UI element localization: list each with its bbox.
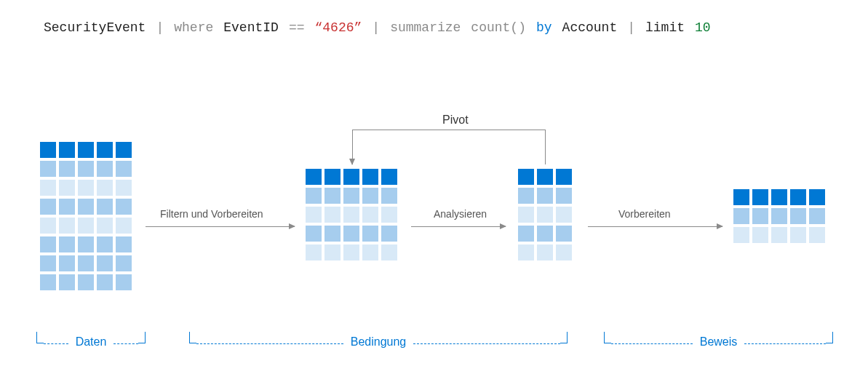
grid-cell [556,244,572,260]
grid-cell [40,274,56,290]
grid-cell [78,199,94,215]
pipe-icon: | [627,20,635,35]
grid-cell [59,255,75,271]
grid-cell [116,161,132,177]
grid-cell [306,207,322,223]
grid-cell [97,142,113,158]
grid-cell [97,236,113,252]
grid-cell [116,180,132,196]
grid-cell [59,161,75,177]
grid-cell [59,142,75,158]
limit-number: 10 [695,20,711,35]
grid-cell [518,226,534,242]
section-evidence: Beweis [604,331,833,344]
grid-cell [78,255,94,271]
grid-cell [809,189,825,205]
grid-cell [733,208,749,224]
pivot-bracket [352,130,546,164]
grid-cell [59,218,75,234]
data-grid-result [733,189,825,243]
grid-cell [97,274,113,290]
grid-cell [733,189,749,205]
grid-cell [771,189,787,205]
grid-cell [116,142,132,158]
grid-cell [752,227,768,243]
keyword-where: where [174,20,213,35]
grid-cell [537,226,553,242]
grid-cell [518,188,534,204]
grid-cell [733,227,749,243]
grid-cell [78,274,94,290]
grid-cell [343,244,359,260]
grid-cell [771,208,787,224]
grid-cell [78,161,94,177]
grid-cell [59,274,75,290]
grid-cell [324,226,341,242]
grid-cell [381,169,397,185]
grid-cell [78,218,94,234]
arrow-prepare [588,226,722,227]
grid-cell [116,218,132,234]
grid-cell [324,207,341,223]
grid-cell [40,255,56,271]
grid-cell [97,161,113,177]
section-condition-label: Bedingung [343,335,414,349]
arrow-filter [146,226,295,227]
grid-cell [116,236,132,252]
kql-query: SecurityEvent | where EventID == “4626” … [44,20,846,35]
grid-cell [752,189,768,205]
grid-cell [343,207,359,223]
grid-cell [306,188,322,204]
grid-cell [306,226,322,242]
data-grid-source [40,142,132,290]
grid-cell [362,226,378,242]
section-evidence-label: Beweis [693,335,745,349]
grid-cell [518,169,534,185]
pipe-icon: | [156,20,164,35]
grid-cell [518,207,534,223]
grid-cell [556,226,572,242]
section-condition: Bedingung [189,331,568,344]
grid-cell [381,207,397,223]
grid-cell [40,199,56,215]
grid-cell [537,244,553,260]
grid-cell [59,236,75,252]
section-data: Daten [36,331,146,344]
grid-cell [78,236,94,252]
grid-cell [752,208,768,224]
data-grid-filtered [306,169,397,260]
grid-cell [537,169,553,185]
func-count: count() [471,20,526,35]
grid-cell [97,218,113,234]
operator-eq: == [289,20,305,35]
grid-cell [78,180,94,196]
grid-cell [343,226,359,242]
grid-cell [306,169,322,185]
grid-cell [59,199,75,215]
grid-cell [324,188,341,204]
grid-cell [556,169,572,185]
field-account: Account [562,20,618,35]
keyword-summarize: summarize [390,20,461,35]
grid-cell [362,244,378,260]
grid-cell [362,188,378,204]
grid-cell [306,244,322,260]
grid-cell [97,255,113,271]
grid-cell [556,188,572,204]
grid-cell [381,188,397,204]
query-table: SecurityEvent [44,20,146,35]
grid-cell [40,142,56,158]
grid-cell [790,189,806,205]
grid-cell [790,227,806,243]
grid-cell [537,188,553,204]
grid-cell [518,244,534,260]
arrow-filter-label: Filtern und Vorbereiten [160,208,263,220]
arrow-prepare-label: Vorbereiten [618,208,671,220]
pipe-icon: | [372,20,380,35]
grid-cell [556,207,572,223]
grid-cell [324,244,341,260]
grid-cell [324,169,341,185]
pivot-label: Pivot [438,114,473,127]
grid-cell [809,208,825,224]
grid-cell [790,208,806,224]
